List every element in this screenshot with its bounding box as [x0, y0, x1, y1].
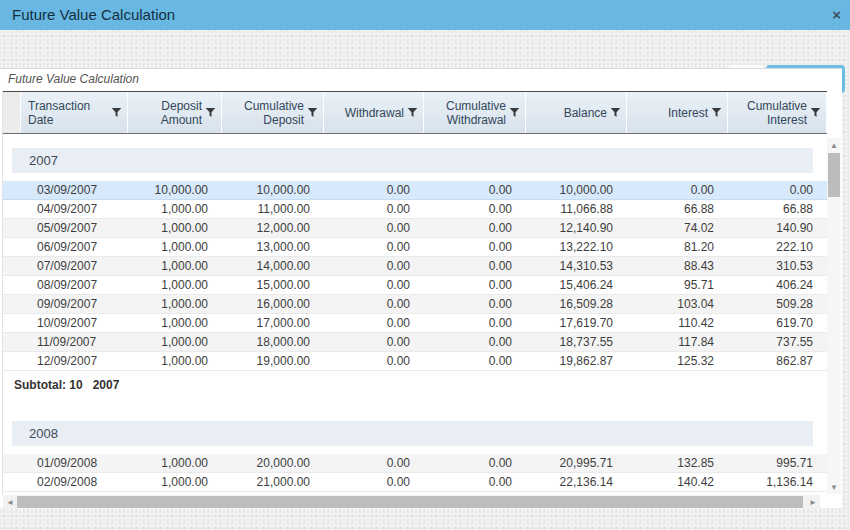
cell-transaction-date[interactable]: 04/09/2007: [21, 200, 128, 218]
cell-cumulative-deposit[interactable]: 21,000.00: [222, 473, 324, 491]
horizontal-scrollbar-thumb[interactable]: [17, 496, 803, 508]
column-header-cumulative-interest[interactable]: Cumulative Interest: [728, 92, 827, 133]
cell-withdrawal[interactable]: 0.00: [324, 295, 424, 313]
cell-cumulative-withdrawal[interactable]: 0.00: [424, 257, 526, 275]
table-row[interactable]: 03/09/200710,000.0010,000.000.000.0010,0…: [3, 181, 827, 200]
cell-interest[interactable]: 0.00: [627, 181, 728, 199]
table-row[interactable]: 01/09/20081,000.0020,000.000.000.0020,99…: [3, 454, 827, 473]
cell-cumulative-deposit[interactable]: 12,000.00: [222, 219, 324, 237]
cell-transaction-date[interactable]: 09/09/2007: [21, 295, 128, 313]
column-header-balance[interactable]: Balance: [526, 92, 627, 133]
cell-cumulative-withdrawal[interactable]: 0.00: [424, 181, 526, 199]
cell-transaction-date[interactable]: 10/09/2007: [21, 314, 128, 332]
cell-cumulative-withdrawal[interactable]: 0.00: [424, 238, 526, 256]
table-row[interactable]: 07/09/20071,000.0014,000.000.000.0014,31…: [3, 257, 827, 276]
cell-cumulative-interest[interactable]: 1,136.14: [728, 473, 827, 491]
filter-icon[interactable]: [307, 107, 318, 118]
cell-deposit-amount[interactable]: 1,000.00: [128, 257, 222, 275]
cell-balance[interactable]: 17,619.70: [526, 314, 627, 332]
cell-cumulative-deposit[interactable]: 20,000.00: [222, 454, 324, 472]
table-row[interactable]: 11/09/20071,000.0018,000.000.000.0018,73…: [3, 333, 827, 352]
cell-cumulative-deposit[interactable]: 17,000.00: [222, 314, 324, 332]
cell-balance[interactable]: 12,140.90: [526, 219, 627, 237]
cell-cumulative-withdrawal[interactable]: 0.00: [424, 295, 526, 313]
cell-transaction-date[interactable]: 03/09/2007: [21, 181, 128, 199]
cell-interest[interactable]: 66.88: [627, 200, 728, 218]
cell-withdrawal[interactable]: 0.00: [324, 238, 424, 256]
cell-withdrawal[interactable]: 0.00: [324, 314, 424, 332]
cell-balance[interactable]: 18,737.55: [526, 333, 627, 351]
cell-cumulative-withdrawal[interactable]: 0.00: [424, 200, 526, 218]
cell-deposit-amount[interactable]: 1,000.00: [128, 295, 222, 313]
scroll-right-button[interactable]: ►: [806, 495, 820, 509]
scroll-left-button[interactable]: ◄: [3, 495, 17, 509]
cell-interest[interactable]: 88.43: [627, 257, 728, 275]
cell-cumulative-deposit[interactable]: 10,000.00: [222, 181, 324, 199]
cell-transaction-date[interactable]: 12/09/2007: [21, 352, 128, 370]
cell-cumulative-withdrawal[interactable]: 0.00: [424, 352, 526, 370]
cell-deposit-amount[interactable]: 1,000.00: [128, 276, 222, 294]
column-header-cumulative-withdrawal[interactable]: Cumulative Withdrawal: [424, 92, 526, 133]
table-row[interactable]: 08/09/20071,000.0015,000.000.000.0015,40…: [3, 276, 827, 295]
group-header-row[interactable]: 2008: [12, 421, 813, 446]
filter-icon[interactable]: [111, 107, 122, 118]
cell-balance[interactable]: 19,862.87: [526, 352, 627, 370]
column-header-transaction-date[interactable]: Transaction Date: [21, 92, 128, 133]
cell-deposit-amount[interactable]: 10,000.00: [128, 181, 222, 199]
vertical-scrollbar-thumb[interactable]: [828, 153, 840, 197]
cell-cumulative-withdrawal[interactable]: 0.00: [424, 333, 526, 351]
cell-deposit-amount[interactable]: 1,000.00: [128, 333, 222, 351]
cell-cumulative-interest[interactable]: 619.70: [728, 314, 827, 332]
table-row[interactable]: 05/09/20071,000.0012,000.000.000.0012,14…: [3, 219, 827, 238]
cell-interest[interactable]: 140.42: [627, 473, 728, 491]
table-row[interactable]: 10/09/20071,000.0017,000.000.000.0017,61…: [3, 314, 827, 333]
table-row[interactable]: 02/09/20081,000.0021,000.000.000.0022,13…: [3, 473, 827, 492]
cell-withdrawal[interactable]: 0.00: [324, 276, 424, 294]
cell-withdrawal[interactable]: 0.00: [324, 257, 424, 275]
cell-cumulative-deposit[interactable]: 11,000.00: [222, 200, 324, 218]
cell-cumulative-withdrawal[interactable]: 0.00: [424, 473, 526, 491]
cell-interest[interactable]: 81.20: [627, 238, 728, 256]
cell-interest[interactable]: 110.42: [627, 314, 728, 332]
cell-balance[interactable]: 22,136.14: [526, 473, 627, 491]
cell-balance[interactable]: 10,000.00: [526, 181, 627, 199]
column-header-cumulative-deposit[interactable]: Cumulative Deposit: [222, 92, 324, 133]
cell-withdrawal[interactable]: 0.00: [324, 219, 424, 237]
dialog-titlebar[interactable]: Future Value Calculation ×: [0, 0, 850, 30]
cell-cumulative-interest[interactable]: 406.24: [728, 276, 827, 294]
cell-interest[interactable]: 125.32: [627, 352, 728, 370]
cell-balance[interactable]: 11,066.88: [526, 200, 627, 218]
filter-icon[interactable]: [711, 107, 722, 118]
cell-cumulative-deposit[interactable]: 14,000.00: [222, 257, 324, 275]
cell-transaction-date[interactable]: 11/09/2007: [21, 333, 128, 351]
cell-cumulative-interest[interactable]: 509.28: [728, 295, 827, 313]
horizontal-scrollbar[interactable]: ◄ ►: [3, 495, 820, 509]
cell-transaction-date[interactable]: 06/09/2007: [21, 238, 128, 256]
cell-interest[interactable]: 117.84: [627, 333, 728, 351]
cell-deposit-amount[interactable]: 1,000.00: [128, 219, 222, 237]
group-header-row[interactable]: 2007: [12, 148, 813, 173]
cell-cumulative-deposit[interactable]: 15,000.00: [222, 276, 324, 294]
cell-cumulative-withdrawal[interactable]: 0.00: [424, 454, 526, 472]
cell-transaction-date[interactable]: 07/09/2007: [21, 257, 128, 275]
table-row[interactable]: 06/09/20071,000.0013,000.000.000.0013,22…: [3, 238, 827, 257]
filter-icon[interactable]: [509, 107, 520, 118]
cell-cumulative-deposit[interactable]: 19,000.00: [222, 352, 324, 370]
cell-balance[interactable]: 15,406.24: [526, 276, 627, 294]
cell-interest[interactable]: 103.04: [627, 295, 728, 313]
filter-icon[interactable]: [407, 107, 418, 118]
cell-interest[interactable]: 132.85: [627, 454, 728, 472]
cell-cumulative-deposit[interactable]: 16,000.00: [222, 295, 324, 313]
vertical-scrollbar[interactable]: ▲ ▼: [827, 138, 841, 494]
cell-cumulative-interest[interactable]: 140.90: [728, 219, 827, 237]
cell-transaction-date[interactable]: 02/09/2008: [21, 473, 128, 491]
cell-cumulative-deposit[interactable]: 18,000.00: [222, 333, 324, 351]
cell-transaction-date[interactable]: 08/09/2007: [21, 276, 128, 294]
cell-withdrawal[interactable]: 0.00: [324, 473, 424, 491]
cell-interest[interactable]: 95.71: [627, 276, 728, 294]
cell-cumulative-deposit[interactable]: 13,000.00: [222, 238, 324, 256]
filter-icon[interactable]: [610, 107, 621, 118]
cell-cumulative-withdrawal[interactable]: 0.00: [424, 314, 526, 332]
cell-balance[interactable]: 16,509.28: [526, 295, 627, 313]
table-row[interactable]: 12/09/20071,000.0019,000.000.000.0019,86…: [3, 352, 827, 371]
